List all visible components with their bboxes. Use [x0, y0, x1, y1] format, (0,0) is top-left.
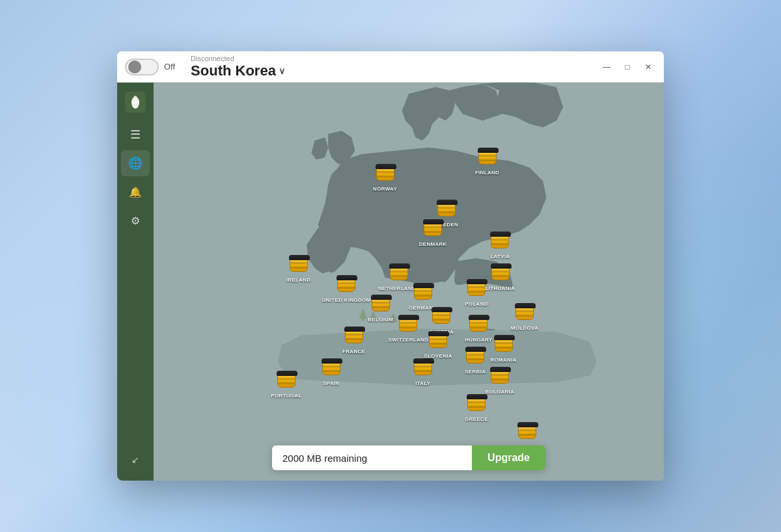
sidebar-item-globe[interactable]: 🌐 — [121, 150, 150, 176]
barrel-belgium — [372, 297, 390, 315]
server-pin-uk[interactable]: UNITED KINGDOM — [322, 278, 371, 303]
barrel-netherlands — [390, 266, 408, 284]
sidebar-item-menu[interactable]: ☰ — [121, 122, 150, 148]
sidebar-bottom: ↙ — [121, 447, 150, 473]
minimize-button[interactable]: — — [599, 59, 614, 75]
barrel-poland — [467, 282, 486, 300]
label-denmark: DENMARK — [419, 241, 447, 247]
label-ireland: IRELAND — [286, 277, 311, 283]
chevron-down-icon: ∨ — [279, 66, 285, 76]
main-layout: ☰ 🌐 🔔 ⚙ ↙ — [117, 83, 664, 481]
barrel-spain — [322, 361, 340, 379]
toggle-label: Off — [164, 62, 175, 72]
barrel-switzerland — [399, 317, 417, 336]
label-uk: UNITED KINGDOM — [322, 297, 371, 303]
server-pin-switzerland[interactable]: SWITZERLAND — [389, 317, 429, 343]
server-pin-ireland[interactable]: IRELAND — [286, 258, 311, 283]
notifications-icon: 🔔 — [129, 186, 142, 198]
label-switzerland: SWITZERLAND — [389, 337, 429, 343]
server-pin-moldova[interactable]: MOLDOVA — [511, 306, 538, 331]
map-area: NORWAY FINLAND — [154, 83, 664, 481]
menu-icon: ☰ — [130, 127, 141, 142]
server-pin-italy[interactable]: ITALY — [414, 361, 432, 386]
upgrade-button[interactable]: Upgrade — [472, 446, 545, 470]
label-greece: GREECE — [465, 416, 488, 422]
server-pin-france[interactable]: FRANCE — [342, 329, 365, 354]
barrel-denmark — [424, 222, 442, 240]
server-pin-portugal[interactable]: PORTUGAL — [271, 373, 301, 399]
server-pin-poland[interactable]: POLAND — [465, 282, 488, 307]
barrel-cyprus — [518, 425, 536, 443]
server-pin-latvia[interactable]: LATVIA — [490, 234, 510, 259]
label-portugal: PORTUGAL — [271, 393, 301, 399]
label-bulgaria: BULGARIA — [486, 389, 515, 395]
globe-icon: 🌐 — [128, 156, 143, 170]
label-serbia: SERBIA — [465, 369, 486, 375]
settings-icon: ⚙ — [131, 215, 140, 227]
close-button[interactable]: ✕ — [640, 59, 656, 75]
server-pin-finland[interactable]: FINLAND — [475, 150, 499, 176]
server-pin-serbia[interactable]: SERBIA — [465, 349, 486, 375]
label-norway: NORWAY — [373, 186, 397, 192]
connection-status: Disconnected — [191, 55, 285, 62]
barrel-norway — [376, 166, 394, 185]
label-finland: FINLAND — [475, 170, 499, 176]
vpn-toggle[interactable] — [125, 59, 159, 75]
country-selector[interactable]: South Korea ∨ — [191, 62, 285, 79]
barrel-hungary — [469, 317, 487, 336]
title-bar-left: Off Disconnected South Korea ∨ — [125, 55, 599, 79]
sidebar: ☰ 🌐 🔔 ⚙ ↙ — [117, 83, 154, 481]
server-pin-spain[interactable]: SPAIN — [322, 361, 340, 386]
server-pin-romania[interactable]: ROMANIA — [490, 338, 516, 363]
label-lithuania: LITHUANIA — [486, 286, 515, 291]
label-spain: SPAIN — [323, 380, 339, 386]
barrel-romania — [495, 338, 513, 356]
collapse-icon: ↙ — [131, 455, 139, 465]
barrel-uk — [337, 278, 355, 296]
sidebar-item-notifications[interactable]: 🔔 — [121, 179, 150, 205]
label-poland: POLAND — [465, 301, 488, 307]
server-pin-slovenia[interactable]: SLOVENIA — [424, 334, 452, 359]
app-window: Off Disconnected South Korea ∨ — □ ✕ — [117, 51, 664, 481]
collapse-button[interactable]: ↙ — [121, 447, 150, 473]
location-selector[interactable]: Disconnected South Korea ∨ — [191, 55, 285, 79]
barrel-france — [345, 329, 363, 347]
title-bar: Off Disconnected South Korea ∨ — □ ✕ — [117, 51, 664, 83]
barrel-latvia — [491, 234, 509, 252]
label-romania: ROMANIA — [490, 357, 516, 363]
server-pin-lithuania[interactable]: LITHUANIA — [486, 266, 515, 291]
bottom-bar: 2000 MB remaining Upgrade — [272, 446, 545, 470]
barrel-finland — [478, 150, 497, 168]
server-pin-hungary[interactable]: HUNGARY — [465, 317, 492, 343]
mb-remaining-text: 2000 MB remaining — [272, 446, 472, 470]
label-france: FRANCE — [342, 349, 365, 354]
barrel-moldova — [515, 306, 534, 324]
label-slovenia: SLOVENIA — [424, 353, 452, 359]
barrel-austria — [432, 310, 450, 328]
barrel-italy — [414, 361, 432, 379]
maximize-button[interactable]: □ — [620, 59, 635, 75]
barrel-slovenia — [429, 334, 447, 352]
barrel-greece — [467, 397, 486, 415]
barrel-germany — [414, 286, 432, 304]
app-logo — [124, 90, 147, 114]
label-hungary: HUNGARY — [465, 337, 492, 343]
toggle-thumb — [128, 60, 141, 73]
barrel-sweden — [437, 202, 456, 220]
barrel-serbia — [466, 349, 484, 367]
sidebar-item-settings[interactable]: ⚙ — [121, 207, 150, 233]
label-latvia: LATVIA — [490, 254, 510, 259]
barrel-bulgaria — [491, 369, 509, 388]
label-moldova: MOLDOVA — [511, 325, 538, 331]
server-pin-greece[interactable]: GREECE — [465, 397, 488, 422]
server-pin-norway[interactable]: NORWAY — [373, 166, 397, 192]
toggle-container[interactable]: Off — [125, 59, 175, 75]
server-pin-bulgaria[interactable]: BULGARIA — [486, 369, 515, 395]
label-italy: ITALY — [415, 380, 430, 386]
barrel-portugal — [277, 373, 295, 392]
country-name-text: South Korea — [191, 62, 276, 79]
barrel-ireland — [290, 258, 308, 276]
window-controls: — □ ✕ — [599, 59, 656, 75]
barrel-lithuania — [491, 266, 510, 284]
server-pin-denmark[interactable]: DENMARK — [419, 222, 447, 247]
